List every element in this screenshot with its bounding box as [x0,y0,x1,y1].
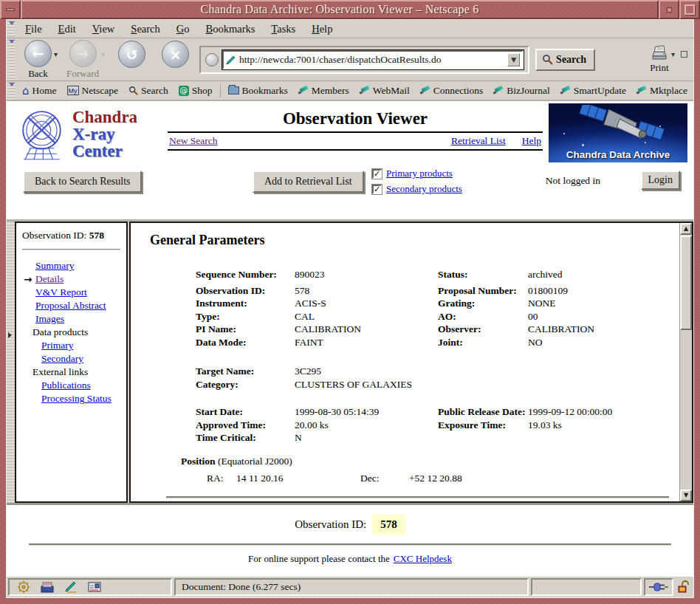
personal-webmail-label: WebMail [373,85,410,97]
scroll-up-button[interactable]: ▲ [680,223,692,235]
personal-bookmarks[interactable]: Bookmarks [223,83,293,98]
back-to-results-button[interactable]: Back to Search Results [23,171,142,193]
back-button[interactable]: ← Back [24,40,52,80]
search-icon [542,54,553,65]
reload-button[interactable]: ↺ [118,41,145,68]
cda-banner: Chandra Data Archive [549,103,687,162]
url-text: http://newcda:7001/chaser/dispatchOcatRe… [239,54,507,66]
personal-smartupdate[interactable]: SmartUpdate [555,83,631,98]
page-proxy-icon[interactable] [205,53,219,66]
window-title: Chandra Data Archive: Observation Viewer… [21,0,659,19]
summary-link[interactable]: Summary [35,260,75,271]
primary-products-link[interactable]: Primary products [386,168,453,179]
menu-edit[interactable]: Edit [50,21,84,37]
url-dropdown-button[interactable]: ▼ [507,53,520,66]
toolbar-search-button[interactable]: Search [535,49,595,71]
proposal-abstract-link[interactable]: Proposal Abstract [35,300,106,311]
position-row: RA: 14 11 20.16 Dec: +52 12 20.88 [207,472,679,484]
help-link[interactable]: Help [522,135,541,147]
addressbook-icon[interactable] [88,581,101,593]
secondary-link[interactable]: Secondary [41,353,83,364]
menu-view[interactable]: View [84,21,123,37]
forward-dropdown-icon[interactable]: ▾ [101,50,105,58]
param-row: Sequence Number:890023Status:archived [196,268,679,281]
back-dropdown-icon[interactable]: ▾ [54,50,58,58]
personal-bizjournal[interactable]: BizJournal [488,83,555,98]
menu-bar: File Edit View Search Go Bookmarks Tasks… [7,20,693,38]
param-row: Instrument:ACIS-SGrating:NONE [196,297,679,310]
sidebar-item-summary[interactable]: Summary [22,259,123,272]
sidebar-item-primary[interactable]: Primary [22,339,123,352]
personal-netscape[interactable]: MyNetscape [62,83,123,98]
personal-members[interactable]: Members [293,83,354,98]
retrieval-list-link[interactable]: Retrieval List [451,135,506,147]
menubar-grippy[interactable] [7,21,16,37]
sidebar-item-proposal-abstract[interactable]: Proposal Abstract [22,299,123,312]
search-small-icon [128,86,138,95]
lock-open-icon [678,580,690,594]
forward-button[interactable]: → Forward [66,40,99,80]
personalbar-grippy[interactable] [7,82,16,99]
publications-link[interactable]: Publications [41,380,91,391]
personal-mktplace[interactable]: Mktplace [631,83,693,98]
personal-toolbar: ⌂Home MyNetscape Search @Shop Bookmarks … [7,81,693,101]
sidebar-item-processing-status[interactable]: Processing Status [22,392,123,405]
personal-connections[interactable]: Connections [415,83,489,98]
details-link[interactable]: Details [35,273,64,284]
details-scrollbar[interactable]: ▲ ▼ [679,223,692,501]
sidebar-item-vv-report[interactable]: V&V Report [22,286,123,299]
add-to-retrieval-button[interactable]: Add to Retrieval List [253,171,364,193]
menu-help[interactable]: Help [303,21,340,37]
personal-search[interactable]: Search [123,83,174,98]
sidebar-item-details[interactable]: →Details [22,272,123,286]
security-indicator[interactable] [676,578,692,596]
login-button[interactable]: Login [641,171,680,190]
primary-link[interactable]: Primary [41,340,74,351]
new-search-link[interactable]: New Search [169,135,218,147]
images-link[interactable]: Images [35,313,64,324]
personal-home[interactable]: ⌂Home [17,83,62,99]
secondary-products-checkbox[interactable]: ✓ [372,185,382,194]
navigator-icon[interactable] [17,580,30,594]
url-field[interactable]: http://newcda:7001/chaser/dispatchOcatRe… [222,50,524,69]
banner-caption: Chandra Data Archive [549,149,687,160]
menu-search[interactable]: Search [123,21,168,37]
forward-icon: → [77,45,89,61]
menu-bookmarks[interactable]: Bookmarks [198,21,264,37]
sidebar-item-publications[interactable]: Publications [22,379,123,392]
sidebar-collapse-handle[interactable] [7,222,15,503]
scroll-thumb[interactable] [680,236,692,330]
minimize-icon [667,7,672,13]
window-menu-button[interactable] [0,0,21,19]
menu-file[interactable]: File [17,21,50,37]
secondary-products-link[interactable]: Secondary products [386,183,462,195]
minimize-button[interactable] [659,0,679,19]
navbar-grippy[interactable] [7,39,16,80]
primary-products-checkbox[interactable]: ✓ [372,169,382,179]
bookmarks-folder-icon [228,86,239,95]
title-bar[interactable]: Chandra Data Archive: Observation Viewer… [0,0,700,19]
vv-report-link[interactable]: V&V Report [35,286,87,298]
cxc-helpdesk-link[interactable]: CXC Helpdesk [394,553,452,565]
online-indicator[interactable] [644,578,673,596]
personal-webmail[interactable]: WebMail [354,83,415,98]
menu-tasks[interactable]: Tasks [263,21,303,37]
processing-status-link[interactable]: Processing Status [41,393,111,404]
sidebar-item-images[interactable]: Images [22,312,123,326]
sidebar-item-secondary[interactable]: Secondary [22,352,123,366]
sidebar-group-external-links: External links [22,366,123,379]
composer-icon[interactable] [64,581,78,593]
stop-button[interactable]: × [162,41,189,68]
logo-chandra-text: Chandra [72,109,168,126]
details-section-rule [166,496,669,498]
personal-shop[interactable]: @Shop [174,83,218,98]
personal-shop-label: Shop [192,85,213,97]
menu-go[interactable]: Go [168,21,198,37]
component-bar [8,578,172,596]
mail-icon[interactable] [41,581,54,593]
active-item-arrow-icon: → [24,272,32,286]
print-button[interactable]: Print [650,45,669,74]
maximize-button[interactable] [679,0,700,19]
print-dropdown-icon[interactable]: ▾ [671,50,675,58]
scroll-down-button[interactable]: ▼ [680,490,692,501]
